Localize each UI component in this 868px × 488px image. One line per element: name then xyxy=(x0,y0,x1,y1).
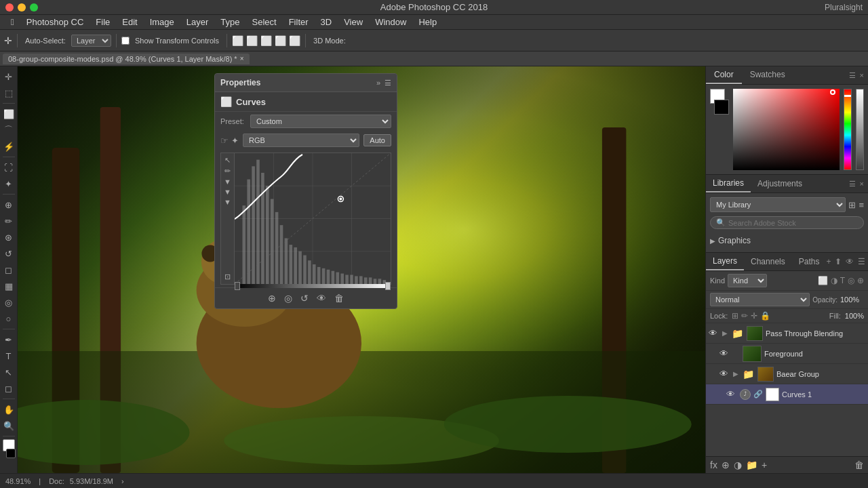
filter-type-icon[interactable]: T xyxy=(840,276,845,285)
menu-file[interactable]: File xyxy=(90,16,115,28)
doc-tab-close[interactable]: × xyxy=(240,55,244,62)
menu-view[interactable]: View xyxy=(338,16,368,28)
channel-eyedropper-icon[interactable]: ✦ xyxy=(231,136,239,146)
layer-eye[interactable]: 👁 xyxy=(719,369,730,379)
tab-color[interactable]: Color xyxy=(706,66,742,84)
gradient-tool[interactable]: ▦ xyxy=(1,279,16,293)
filter-pixel-icon[interactable]: ⬜ xyxy=(818,276,828,285)
maximize-button[interactable] xyxy=(30,3,38,12)
tab-swatches[interactable]: Swatches xyxy=(742,66,793,84)
blur-tool[interactable]: ◎ xyxy=(1,295,16,310)
lib-panel-close[interactable]: × xyxy=(860,180,864,188)
lock-pixels-icon[interactable]: ✏ xyxy=(741,311,748,321)
tab-paths[interactable]: Paths xyxy=(792,253,827,270)
graphics-section[interactable]: ▶ Graphics xyxy=(710,233,864,248)
move-tool[interactable]: ✛ xyxy=(1,69,16,84)
lib-search-input[interactable] xyxy=(728,219,858,227)
delete-layer-icon[interactable]: 🗑 xyxy=(854,460,864,470)
history-brush-tool[interactable]: ↺ xyxy=(1,246,16,261)
auto-select-dropdown[interactable]: Layer Group xyxy=(71,35,111,47)
shape-tool[interactable]: ◻ xyxy=(1,381,16,396)
white-point-slider[interactable] xyxy=(385,282,391,290)
add-style-icon[interactable]: fx xyxy=(710,460,717,470)
layer-item[interactable]: 👁 Foreground xyxy=(706,344,868,364)
add-mask-icon[interactable]: ⊕ xyxy=(722,460,730,470)
menu-type[interactable]: Type xyxy=(215,16,245,28)
crop-tool[interactable]: ⛶ xyxy=(1,160,16,175)
curve-eyedropper-gray[interactable]: ▼ xyxy=(224,188,231,196)
hue-slider[interactable] xyxy=(844,89,852,170)
layer-eye[interactable]: 👁 xyxy=(709,328,719,338)
color-panel-menu[interactable]: ☰ xyxy=(849,71,856,80)
hand-tool[interactable]: ✋ xyxy=(1,402,16,417)
menu-help[interactable]: Help xyxy=(413,16,442,28)
doc-arrow[interactable]: › xyxy=(121,477,124,485)
layer-item[interactable]: 👁 ▶ 📁 Baear Group xyxy=(706,364,868,384)
opacity-slider[interactable] xyxy=(856,89,864,170)
menu-apple[interactable]:  xyxy=(5,16,20,28)
add-group-icon[interactable]: 📁 xyxy=(746,460,757,470)
blend-mode-dropdown[interactable]: Normal Multiply Screen Overlay xyxy=(710,293,810,306)
delete-icon[interactable]: 🗑 xyxy=(332,291,346,306)
layer-item[interactable]: 👁 ⤴ 🔗 Curves 1 xyxy=(706,384,868,405)
properties-expand-icon[interactable]: » xyxy=(376,79,380,87)
channel-dropdown[interactable]: RGB Red Green Blue xyxy=(243,134,359,147)
layers-folder-icon[interactable]: ⬆ xyxy=(835,257,842,266)
color-saturation-box[interactable] xyxy=(733,89,840,170)
layer-chain-icon[interactable]: 🔗 xyxy=(753,390,763,399)
close-button[interactable] xyxy=(5,3,14,12)
eyedropper-tool[interactable]: ✦ xyxy=(1,176,16,191)
auto-button[interactable]: Auto xyxy=(363,134,391,146)
tab-libraries[interactable]: Libraries xyxy=(706,175,751,192)
background-swatch[interactable] xyxy=(714,100,729,115)
color-panel-close[interactable]: × xyxy=(860,71,864,80)
menu-edit[interactable]: Edit xyxy=(117,16,142,28)
clone-tool[interactable]: ⊛ xyxy=(1,230,16,245)
dodge-tool[interactable]: ○ xyxy=(1,311,16,326)
properties-menu-icon[interactable]: ☰ xyxy=(384,79,391,87)
lock-all-icon[interactable]: 🔒 xyxy=(760,311,770,321)
eraser-tool[interactable]: ◻ xyxy=(1,262,16,277)
clip-mask-icon[interactable]: ⊕ xyxy=(266,291,278,306)
library-dropdown[interactable]: My Library xyxy=(710,197,846,212)
curve-eyedropper-white[interactable]: ▼ xyxy=(224,198,231,206)
curves-chart[interactable]: ↖ ✏ ▼ ▼ ▼ ⊡ xyxy=(220,152,391,285)
type-tool[interactable]: T xyxy=(1,348,16,363)
black-point-slider[interactable] xyxy=(235,282,240,290)
lock-move-icon[interactable]: ✛ xyxy=(751,311,757,321)
pen-tool[interactable]: ✒ xyxy=(1,332,16,347)
menu-filter[interactable]: Filter xyxy=(283,16,314,28)
reset-icon[interactable]: ↺ xyxy=(298,291,311,306)
layer-expand-arrow[interactable]: ▶ xyxy=(733,370,740,378)
filter-smart-icon[interactable]: ⊕ xyxy=(857,276,864,285)
quick-select-tool[interactable]: ⚡ xyxy=(1,139,16,154)
lib-panel-menu[interactable]: ☰ xyxy=(849,180,856,188)
lib-list-view[interactable]: ≡ xyxy=(859,200,864,210)
visibility-icon[interactable]: ◎ xyxy=(282,291,294,306)
view-icon[interactable]: 👁 xyxy=(315,291,328,306)
layers-add-icon[interactable]: + xyxy=(826,257,831,266)
layer-expand-arrow[interactable]: ▶ xyxy=(722,329,729,337)
channel-hand-icon[interactable]: ☞ xyxy=(220,136,229,146)
layer-eye[interactable]: 👁 xyxy=(726,389,737,399)
document-tab[interactable]: 08-group-composite-modes.psd @ 48.9% (Cu… xyxy=(3,54,250,64)
artboard-tool[interactable]: ⬚ xyxy=(1,85,16,100)
layers-kind-select[interactable]: Kind Name Effect xyxy=(728,274,767,287)
tab-adjustments[interactable]: Adjustments xyxy=(751,176,809,192)
curve-eyedropper-black[interactable]: ▼ xyxy=(224,178,231,186)
marquee-tool[interactable]: ⬜ xyxy=(1,106,16,121)
background-color[interactable] xyxy=(6,449,16,458)
layers-visibility-icon[interactable]: 👁 xyxy=(846,257,854,266)
preset-dropdown[interactable]: Custom Default Strong Contrast Lighter D… xyxy=(250,115,391,128)
spot-healing-tool[interactable]: ⊕ xyxy=(1,197,16,212)
menu-photoshop[interactable]: Photoshop CC xyxy=(21,16,90,28)
menu-window[interactable]: Window xyxy=(370,16,412,28)
filter-adj-icon[interactable]: ◑ xyxy=(831,276,837,285)
filter-shape-icon[interactable]: ◎ xyxy=(848,276,854,285)
add-layer-icon[interactable]: + xyxy=(762,460,767,470)
lock-transparent-icon[interactable]: ⊞ xyxy=(732,311,738,321)
curve-pointer-tool[interactable]: ↖ xyxy=(224,156,231,165)
menu-layer[interactable]: Layer xyxy=(181,16,214,28)
fill-value[interactable]: 100% xyxy=(845,312,864,320)
menu-select[interactable]: Select xyxy=(247,16,282,28)
